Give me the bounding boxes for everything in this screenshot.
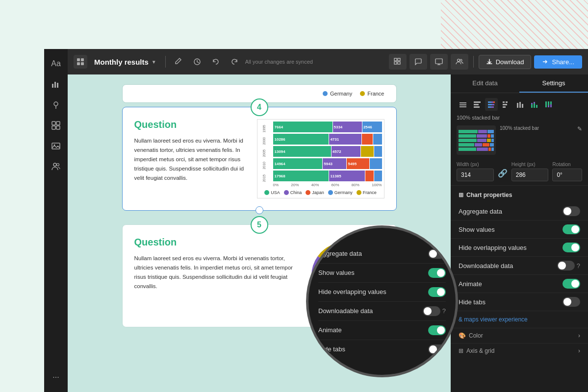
height-label: Height (px): [511, 162, 549, 167]
sidebar-icon-people[interactable]: [47, 158, 65, 175]
toggle-label-show-values: Show values: [459, 226, 495, 233]
chart-icon-bar-v[interactable]: [513, 98, 526, 111]
card-5-body: Nullam laoreet sed eros eu viverra. Morb…: [134, 254, 298, 291]
toolbar-redo-icon[interactable]: [227, 54, 242, 70]
height-field: Height (px) 286: [511, 162, 549, 181]
chart-icon-stacked-h[interactable]: [485, 98, 498, 111]
bar-china-2005: 4572: [332, 146, 360, 157]
chart-icon-bar-h[interactable]: [471, 98, 484, 111]
svg-rect-30: [460, 104, 466, 105]
svg-rect-58: [550, 104, 552, 107]
toggle-list: Aggregate data Show values Hide overlapp…: [451, 202, 588, 311]
stacked-bar-chart[interactable]: 1995 2000 2005 2010 2015 7664 5334 2546: [257, 119, 384, 198]
tab-settings[interactable]: Settings: [519, 74, 588, 93]
sidebar-icon-type[interactable]: Aa: [47, 55, 65, 73]
accordion-axis-grid[interactable]: ⊞ Axis & grid ›: [451, 343, 588, 358]
panel-link[interactable]: & maps viewer experience: [451, 311, 588, 328]
sidebar-icon-maps[interactable]: [47, 96, 65, 114]
accordion-color[interactable]: 🎨 Color ›: [451, 328, 588, 343]
sidebar-icon-image[interactable]: [47, 137, 65, 155]
downloadable-help-icon[interactable]: ?: [577, 262, 580, 270]
svg-rect-7: [56, 126, 60, 129]
bar-germany-2015: [374, 171, 382, 181]
toggle-label-hide-overlap: Hide overlapping values: [459, 244, 527, 251]
toolbar-history-icon[interactable]: [189, 54, 205, 70]
chart-type-section: 100% stacked bar: [451, 93, 588, 185]
sidebar-icon-layout[interactable]: [47, 117, 65, 134]
bar-germany-2010: [370, 158, 382, 169]
bar-row-2005: 13094 4572: [273, 146, 382, 157]
width-label: Width (px): [457, 162, 494, 167]
toggle-hide-overlap[interactable]: [562, 243, 580, 252]
bar-japan-2010: 5495: [347, 158, 369, 169]
rotation-value[interactable]: 0°: [552, 169, 582, 181]
toggle-row-hide-overlap: Hide overlapping values: [451, 239, 588, 257]
sidebar-icon-charts[interactable]: [47, 75, 65, 93]
toggle-row-aggregate: Aggregate data: [451, 202, 588, 220]
toggle-show-values[interactable]: [562, 224, 580, 234]
legend-japan: Japan: [306, 190, 324, 195]
legend-germany: Germany: [328, 190, 353, 195]
chart-icon-layers[interactable]: [457, 98, 469, 111]
svg-rect-37: [493, 101, 495, 103]
chart-icon-100pct[interactable]: [542, 98, 555, 111]
tab-edit-data[interactable]: Edit data: [451, 74, 519, 93]
toggle-aggregate[interactable]: [562, 206, 580, 216]
width-value[interactable]: 314: [457, 169, 494, 181]
svg-rect-14: [77, 62, 80, 65]
svg-point-10: [53, 163, 56, 166]
panel-tabs: Edit data Settings: [451, 74, 588, 93]
bar-china-2010: 5943: [323, 158, 346, 169]
share-button[interactable]: Share...: [534, 55, 582, 69]
toggle-label-downloadable: Downloadable data: [459, 262, 513, 270]
svg-rect-5: [56, 122, 60, 125]
toggle-hide-tabs[interactable]: [562, 297, 580, 307]
chart-legend: USA China Japan Germany: [257, 187, 384, 198]
bar-japan-2000: [362, 134, 373, 145]
svg-rect-21: [435, 59, 442, 64]
bar-usa-2000: 10286: [273, 134, 329, 145]
chart-properties-section: ⊞ Chart properties Aggregate data Show v…: [451, 185, 588, 358]
toolbar-screen-icon[interactable]: [430, 54, 448, 70]
link-icon: 🔗: [498, 162, 508, 181]
toolbar-users-icon[interactable]: [451, 54, 468, 70]
svg-rect-48: [522, 104, 523, 108]
card-5-text-section: Question Nullam laoreet sed eros eu vive…: [134, 237, 298, 291]
svg-rect-19: [394, 62, 397, 64]
toolbar-comment-icon[interactable]: [409, 54, 427, 70]
document-title[interactable]: Monthly results ▼: [90, 56, 160, 68]
svg-rect-13: [81, 58, 84, 61]
svg-rect-29: [460, 102, 466, 103]
chart-icon-stacked-v[interactable]: [528, 98, 540, 111]
bar-usa-2015: 17968: [273, 171, 329, 181]
card-5-title: Question: [134, 237, 298, 248]
toggle-row-hide-tabs: Hide tabs: [451, 293, 588, 311]
bar-row-2000: 10286 4731: [273, 134, 382, 145]
chart-preview-edit-icon[interactable]: ✎: [577, 125, 582, 132]
sidebar-icon-more[interactable]: ···: [47, 368, 65, 386]
svg-rect-44: [503, 104, 507, 105]
toolbar-undo-icon[interactable]: [208, 54, 224, 70]
svg-rect-32: [474, 101, 481, 103]
svg-rect-38: [488, 104, 492, 105]
height-value[interactable]: 286: [511, 169, 549, 181]
svg-rect-47: [519, 102, 521, 108]
svg-rect-54: [545, 101, 547, 107]
bar-france-2005: [361, 146, 374, 157]
toggle-animate[interactable]: [562, 279, 580, 289]
toolbar-pen-icon[interactable]: [171, 54, 186, 70]
download-button[interactable]: Download: [479, 55, 532, 69]
bar-row-2015: 17968 11385: [273, 171, 382, 181]
svg-rect-56: [548, 105, 549, 107]
toolbar-grid-icon[interactable]: [389, 54, 407, 70]
resize-handle[interactable]: [256, 206, 263, 214]
svg-rect-43: [506, 101, 508, 103]
toggle-label-animate: Animate: [459, 280, 482, 288]
chart-preview[interactable]: [457, 125, 496, 155]
bar-germany-2005: [374, 146, 382, 157]
svg-rect-57: [550, 101, 552, 104]
chart-icon-bar-filter[interactable]: [499, 98, 512, 111]
toggle-downloadable[interactable]: [557, 261, 575, 270]
svg-rect-1: [54, 82, 56, 88]
svg-rect-40: [488, 106, 491, 108]
